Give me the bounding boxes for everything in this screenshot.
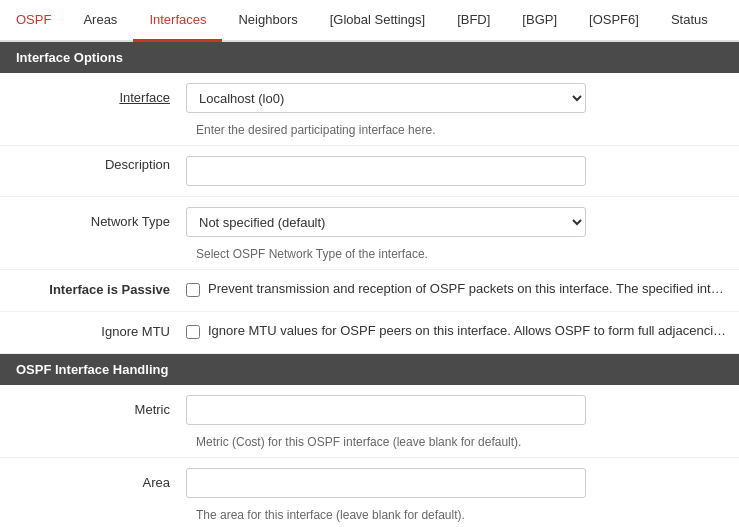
description-label: Description [16,156,186,174]
interface-label: Interface [16,89,186,107]
network-type-label: Network Type [16,213,186,231]
interface-select[interactable]: Localhost (lo0) [186,83,586,113]
interface-control: Localhost (lo0) [186,83,723,113]
area-control [186,468,723,498]
network-type-row: Network Type Not specified (default) Sel… [0,197,739,270]
interface-options-form: Interface Localhost (lo0) Enter the desi… [0,73,739,354]
network-type-hint: Select OSPF Network Type of the interfac… [0,247,444,269]
metric-row: Metric Metric (Cost) for this OSPF inter… [0,385,739,458]
tab-ospf6[interactable]: [OSPF6] [573,0,655,40]
ignore-mtu-label: Ignore MTU [16,322,186,343]
description-control [186,156,723,186]
tab-areas[interactable]: Areas [67,0,133,40]
description-row: Description [0,146,739,197]
tab-global-settings[interactable]: [Global Settings] [314,0,441,40]
metric-input[interactable] [186,395,586,425]
area-row: Area The area for this interface (leave … [0,458,739,527]
area-input[interactable] [186,468,586,498]
ignore-mtu-control: Ignore MTU values for OSPF peers on this… [186,322,728,340]
network-type-select[interactable]: Not specified (default) [186,207,586,237]
passive-checkbox[interactable] [186,283,200,297]
ignore-mtu-row: Ignore MTU Ignore MTU values for OSPF pe… [0,312,739,354]
tab-bfd[interactable]: [BFD] [441,0,506,40]
passive-label: Interface is Passive [16,280,186,301]
interface-options-header: Interface Options [0,42,739,73]
tab-neighbors[interactable]: Neighbors [222,0,313,40]
tab-status[interactable]: Status [655,0,724,40]
area-label: Area [16,474,186,492]
passive-text: Prevent transmission and reception of OS… [208,280,728,298]
metric-hint: Metric (Cost) for this OSPF interface (l… [0,435,537,457]
ignore-mtu-text: Ignore MTU values for OSPF peers on this… [208,322,728,340]
interface-row: Interface Localhost (lo0) Enter the desi… [0,73,739,146]
network-type-control: Not specified (default) [186,207,723,237]
ignore-mtu-checkbox[interactable] [186,325,200,339]
tab-ospf[interactable]: OSPF [0,0,67,40]
description-input[interactable] [186,156,586,186]
metric-control [186,395,723,425]
metric-label: Metric [16,401,186,419]
tab-bar: OSPF Areas Interfaces Neighbors [Global … [0,0,739,42]
ospf-handling-header: OSPF Interface Handling [0,354,739,385]
area-hint: The area for this interface (leave blank… [0,508,481,527]
tab-bgp[interactable]: [BGP] [506,0,573,40]
tab-interfaces[interactable]: Interfaces [133,0,222,42]
interface-hint: Enter the desired participating interfac… [0,123,451,145]
passive-control: Prevent transmission and reception of OS… [186,280,728,298]
passive-row: Interface is Passive Prevent transmissio… [0,270,739,312]
ospf-handling-form: Metric Metric (Cost) for this OSPF inter… [0,385,739,527]
